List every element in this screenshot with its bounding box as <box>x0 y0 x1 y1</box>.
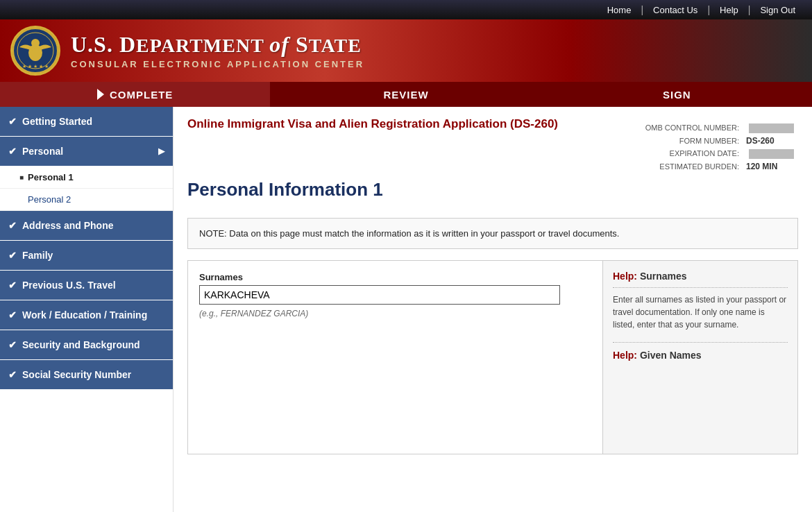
svg-text:★ ★ ★ ★ ★: ★ ★ ★ ★ ★ <box>22 64 49 69</box>
main-layout: ✔ Getting Started ✔ Personal ▶ ■ Persona… <box>0 107 812 512</box>
burden-value: 120 MIN <box>743 161 797 172</box>
exp-label: EXPIRATION DATE: <box>643 148 742 160</box>
form-num-value: DS-260 <box>743 135 797 146</box>
check-icon-travel: ✔ <box>8 280 17 291</box>
tab-bar: COMPLETE REVIEW SIGN <box>0 82 812 107</box>
sidebar-sub-personal: ■ Personal 1 ■ Personal 2 <box>0 167 173 211</box>
site-title: U.S. DEPARTMENT of STATE <box>71 32 364 58</box>
bullet-icon: ■ <box>19 173 24 181</box>
sidebar-label-travel: Previous U.S. Travel <box>22 280 116 291</box>
header-text-block: U.S. DEPARTMENT of STATE CONSULAR ELECTR… <box>71 32 364 69</box>
form-section: Surnames (e.g., FERNANDEZ GARCIA) Help: … <box>187 260 798 454</box>
help-panel: Help: Surnames Enter all surnames as lis… <box>603 261 797 454</box>
sidebar-subitem-personal-2[interactable]: ■ Personal 2 <box>0 189 173 211</box>
sidebar-item-security[interactable]: ✔ Security and Background <box>0 330 173 359</box>
note-text: NOTE: Data on this page must match the i… <box>199 228 619 239</box>
sidebar-sublabel-personal-1: Personal 1 <box>28 172 74 182</box>
page-header: OMB CONTROL NUMBER: FORM NUMBER: DS-260 … <box>187 107 798 218</box>
site-subtitle: CONSULAR ELECTRONIC APPLICATION CENTER <box>71 59 364 69</box>
sidebar-item-ssn[interactable]: ✔ Social Security Number <box>0 360 173 389</box>
help-given-title: Help: Given Names <box>613 342 788 361</box>
surnames-hint: (e.g., FERNANDEZ GARCIA) <box>199 309 591 318</box>
check-icon-personal: ✔ <box>8 146 17 157</box>
help-given-keyword: Given Names <box>640 350 702 361</box>
page-title: Personal Information 1 <box>187 179 798 200</box>
exp-value <box>743 148 797 160</box>
check-icon-ssn: ✔ <box>8 369 17 380</box>
sidebar-subitem-personal-1[interactable]: ■ Personal 1 <box>0 167 173 189</box>
signout-link[interactable]: Sign Out <box>750 5 805 15</box>
sidebar-sublabel-personal-2: Personal 2 <box>28 194 71 205</box>
sidebar-item-address[interactable]: ✔ Address and Phone <box>0 211 173 240</box>
help-given-section: Help: Given Names <box>613 342 788 361</box>
help-surnames-title: Help: Surnames <box>613 271 788 282</box>
tab-complete[interactable]: COMPLETE <box>0 82 271 107</box>
help-label: Help: <box>613 271 637 282</box>
sidebar-label-security: Security and Background <box>22 339 140 350</box>
omb-value <box>743 122 797 134</box>
sidebar: ✔ Getting Started ✔ Personal ▶ ■ Persona… <box>0 107 174 512</box>
note-box: NOTE: Data on this page must match the i… <box>187 218 798 249</box>
sidebar-label-getting-started: Getting Started <box>22 116 92 127</box>
check-icon-security: ✔ <box>8 339 17 350</box>
contact-link[interactable]: Contact Us <box>643 5 707 15</box>
help-surnames-text: Enter all surnames as listed in your pas… <box>613 287 788 331</box>
site-header: ★ ★ ★ ★ ★ U.S. DEPARTMENT of STATE CONSU… <box>0 19 812 82</box>
sidebar-label-personal: Personal <box>22 146 63 157</box>
form-fields: Surnames (e.g., FERNANDEZ GARCIA) <box>188 261 603 454</box>
tab-sign-label: SIGN <box>663 89 691 101</box>
svg-point-3 <box>31 39 40 47</box>
surnames-input[interactable] <box>199 285 560 305</box>
tab-arrow-icon <box>97 89 104 100</box>
check-icon-work: ✔ <box>8 309 17 321</box>
omb-label: OMB CONTROL NUMBER: <box>643 122 742 134</box>
help-surnames-keyword: Surnames <box>640 271 687 282</box>
top-navigation: Home | Contact Us | Help | Sign Out <box>0 0 812 19</box>
surnames-label: Surnames <box>199 272 591 282</box>
tab-review-label: REVIEW <box>383 89 428 101</box>
help-link[interactable]: Help <box>710 5 748 15</box>
sidebar-item-getting-started[interactable]: ✔ Getting Started <box>0 107 173 136</box>
form-title-link[interactable]: Online Immigrant Visa and Alien Registra… <box>187 117 558 130</box>
sidebar-label-work: Work / Education / Training <box>22 309 147 321</box>
home-link[interactable]: Home <box>598 5 641 15</box>
tab-sign[interactable]: SIGN <box>542 82 812 107</box>
form-num-label: FORM NUMBER: <box>643 135 742 146</box>
burden-label: ESTIMATED BURDEN: <box>643 161 742 172</box>
sidebar-label-ssn: Social Security Number <box>22 369 131 380</box>
chevron-right-icon: ▶ <box>158 146 164 156</box>
main-content: OMB CONTROL NUMBER: FORM NUMBER: DS-260 … <box>174 107 812 512</box>
sidebar-item-work[interactable]: ✔ Work / Education / Training <box>0 300 173 330</box>
sidebar-label-address: Address and Phone <box>22 220 113 231</box>
sidebar-item-family[interactable]: ✔ Family <box>0 241 173 270</box>
tab-complete-label: COMPLETE <box>110 89 173 101</box>
check-icon-getting-started: ✔ <box>8 116 17 127</box>
sidebar-label-family: Family <box>22 250 53 261</box>
form-meta: OMB CONTROL NUMBER: FORM NUMBER: DS-260 … <box>641 121 798 173</box>
check-icon-address: ✔ <box>8 220 17 231</box>
sidebar-item-personal[interactable]: ✔ Personal ▶ <box>0 137 173 166</box>
department-seal: ★ ★ ★ ★ ★ <box>10 26 60 76</box>
sidebar-item-previous-travel[interactable]: ✔ Previous U.S. Travel <box>0 271 173 300</box>
tab-review[interactable]: REVIEW <box>271 82 541 107</box>
help-given-label: Help: <box>613 350 637 361</box>
check-icon-family: ✔ <box>8 250 17 261</box>
